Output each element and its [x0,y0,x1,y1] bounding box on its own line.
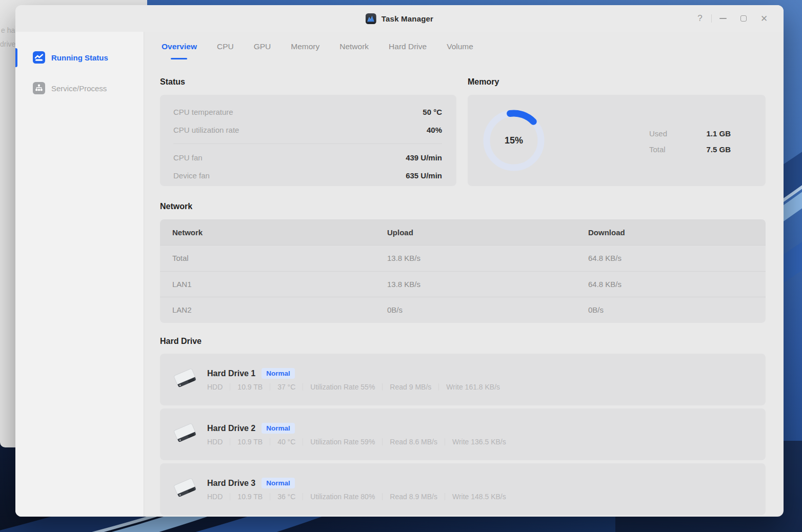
cell-download: 0B/s [588,305,766,314]
drive-status-badge: Normal [262,423,295,434]
status-row: CPU utilization rate 40% [173,121,442,139]
network-table: Network Upload Download Total 13.8 KB/s … [160,219,766,323]
drive-info: Hard Drive 2 Normal HDD 10.9 TB 40 °C Ut… [207,423,513,445]
drive-temperature: 37 °C [270,383,303,391]
memory-card: 15% Used 1.1 GB Total 7.5 GB [468,95,766,186]
memory-section: Memory 15% Used 1.1 GB [468,62,766,186]
drive-read-speed: Read 8.6 MB/s [382,438,445,445]
cell-upload: 13.8 KB/s [387,280,588,289]
controls-divider [711,14,712,23]
drive-write-speed: Write 136.5 KB/s [445,438,513,445]
minimize-button[interactable] [713,5,733,32]
hard-drive-icon [172,422,199,446]
minimize-icon [719,18,727,19]
tab-cpu[interactable]: CPU [217,32,234,62]
memory-section-title: Memory [468,77,766,87]
titlebar[interactable]: Task Manager ? ✕ [15,5,784,32]
status-value: 439 U/min [406,153,442,162]
status-label: CPU fan [173,153,203,162]
drive-status-badge: Normal [262,478,295,488]
memory-used-label: Used [649,129,667,138]
sidebar-item-label: Running Status [51,53,108,62]
memory-used-value: 1.1 GB [706,129,731,138]
drive-utilization: Utilization Rate 80% [303,493,382,500]
hard-drive-icon [172,367,199,392]
status-value: 40% [427,126,442,134]
status-section: Status CPU temperature 50 °C CPU utiliza… [160,62,456,186]
drive-type: HDD [207,438,230,445]
cell-download: 64.8 KB/s [588,280,766,289]
tab-gpu[interactable]: GPU [254,32,271,62]
table-row-lan1: LAN1 13.8 KB/s 64.8 KB/s [160,271,766,297]
sidebar-active-indicator [15,48,17,67]
network-table-header: Network Upload Download [160,219,766,245]
background-window-text: drive [0,40,15,48]
drive-read-speed: Read 9 MB/s [382,383,438,391]
memory-percent: 15% [482,109,546,172]
sidebar-item-running-status[interactable]: Running Status [15,47,144,68]
drive-temperature: 40 °C [270,438,303,445]
window-controls: ? ✕ [690,5,774,32]
memory-used-row: Used 1.1 GB [649,126,731,141]
memory-total-label: Total [649,145,666,154]
content-area: Overview CPU GPU Memory Network Hard Dri… [144,32,784,517]
status-row: CPU temperature 50 °C [173,103,442,121]
tab-overview[interactable]: Overview [162,32,197,62]
memory-total-row: Total 7.5 GB [649,141,731,157]
cell-upload: 13.8 KB/s [387,254,588,262]
memory-donut-chart: 15% [482,109,546,172]
drive-temperature: 36 °C [270,493,303,500]
hard-drive-1-card[interactable]: Hard Drive 1 Normal HDD 10.9 TB 37 °C Ut… [160,354,766,405]
maximize-icon [740,15,747,22]
drive-specs: HDD 10.9 TB 40 °C Utilization Rate 59% R… [207,438,513,445]
drive-status-badge: Normal [262,368,295,379]
hard-drive-icon [172,477,199,501]
cell-download: 64.8 KB/s [588,254,766,262]
hard-drive-3-card[interactable]: Hard Drive 3 Normal HDD 10.9 TB 36 °C Ut… [160,463,766,515]
drive-specs: HDD 10.9 TB 36 °C Utilization Rate 80% R… [207,493,513,500]
network-section-title: Network [160,201,766,212]
status-label: CPU temperature [173,108,233,116]
memory-total-value: 7.5 GB [706,145,731,154]
drive-capacity: 10.9 TB [230,383,270,391]
cell-upload: 0B/s [387,305,588,314]
memory-legend: Used 1.1 GB Total 7.5 GB [649,126,731,157]
drive-utilization: Utilization Rate 59% [303,438,382,445]
desktop: e har drive Task Manager [0,0,802,532]
maximize-button[interactable] [733,5,754,32]
close-button[interactable]: ✕ [754,5,774,32]
table-row-total: Total 13.8 KB/s 64.8 KB/s [160,245,766,271]
help-button[interactable]: ? [690,5,710,32]
drive-write-speed: Write 148.5 KB/s [445,493,513,500]
status-label: CPU utilization rate [173,126,239,134]
drive-utilization: Utilization Rate 55% [303,383,382,391]
tab-volume[interactable]: Volume [447,32,473,62]
hard-drive-section: Hard Drive Hard Drive 1 [160,336,766,515]
cell-interface: LAN2 [172,305,387,314]
tab-network[interactable]: Network [339,32,369,62]
drive-write-speed: Write 161.8 KB/s [438,383,507,391]
drive-name: Hard Drive 2 [207,424,255,433]
drive-type: HDD [207,383,230,391]
drive-read-speed: Read 8.9 MB/s [382,493,445,500]
tab-bar: Overview CPU GPU Memory Network Hard Dri… [160,32,766,62]
drive-info: Hard Drive 3 Normal HDD 10.9 TB 36 °C Ut… [207,478,513,500]
drive-info: Hard Drive 1 Normal HDD 10.9 TB 37 °C Ut… [207,368,507,391]
tab-memory[interactable]: Memory [291,32,319,62]
tab-hard-drive[interactable]: Hard Drive [389,32,427,62]
table-row-lan2: LAN2 0B/s 0B/s [160,297,766,323]
status-row: Device fan 635 U/min [173,167,442,185]
sidebar-item-service-process[interactable]: Service/Process [15,78,144,98]
status-value: 635 U/min [406,171,442,180]
task-manager-window: Task Manager ? ✕ Running Status [15,5,784,517]
status-divider [173,144,442,144]
drive-type: HDD [207,493,230,500]
status-card: CPU temperature 50 °C CPU utilization ra… [160,95,456,186]
task-manager-app-icon [366,13,376,24]
window-title: Task Manager [382,14,433,23]
column-header-upload: Upload [387,228,588,237]
top-row: Status CPU temperature 50 °C CPU utiliza… [160,62,766,186]
hard-drive-2-card[interactable]: Hard Drive 2 Normal HDD 10.9 TB 40 °C Ut… [160,408,766,460]
drive-capacity: 10.9 TB [230,438,270,445]
drive-name: Hard Drive 1 [207,369,255,378]
